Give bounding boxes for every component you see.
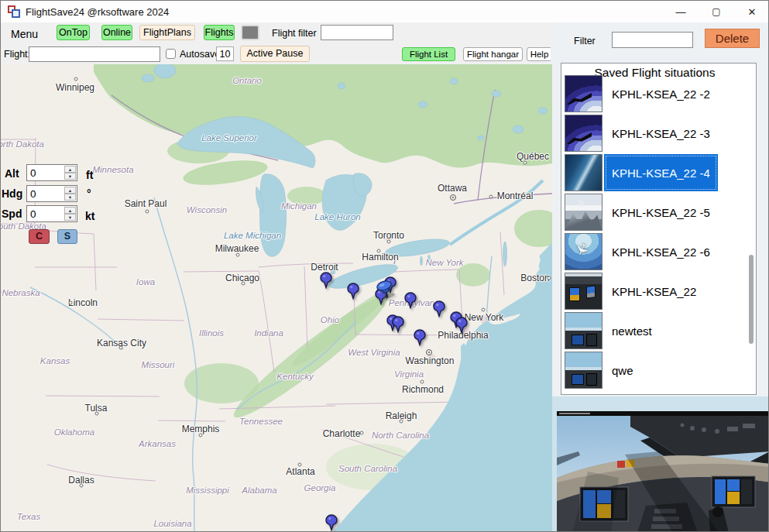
map-city-label: Atlanta <box>286 466 314 477</box>
flight-thumbnail[interactable] <box>565 154 602 191</box>
map-state-label: Virginia <box>394 369 424 379</box>
map-state-label: Missouri <box>142 360 175 369</box>
autosave-interval-input[interactable]: 10 <box>216 46 234 61</box>
flight-hangar-button[interactable]: Flight hangar <box>463 47 523 61</box>
minimize-button[interactable]: — <box>663 1 699 23</box>
flight-situation-item[interactable]: newtest <box>561 312 747 349</box>
map-state-label: Ohio <box>321 315 339 324</box>
map-state-label: Louisiana <box>153 519 191 528</box>
flight-thumbnail[interactable] <box>565 194 602 231</box>
flight-position-pin[interactable] <box>347 283 359 303</box>
alt-down-button[interactable]: ▼ <box>64 173 76 180</box>
menu-button[interactable]: Menu <box>11 28 38 40</box>
flight-position-pin[interactable] <box>433 300 445 321</box>
hdg-down-button[interactable]: ▼ <box>64 194 76 201</box>
delete-button[interactable]: Delete <box>705 29 760 48</box>
flight-filter-input[interactable] <box>321 25 393 40</box>
map-city-dot <box>199 434 203 438</box>
alt-up-button[interactable]: ▲ <box>64 166 76 173</box>
flight-situation-name[interactable]: KPHL-KSEA_22 -3 <box>604 115 718 152</box>
flight-list-button[interactable]: Flight List <box>402 47 455 61</box>
flight-situation-item[interactable]: qwe <box>561 352 747 389</box>
map-city-label: Hamilton <box>362 252 398 263</box>
autosave-checkbox[interactable] <box>166 49 176 59</box>
s-button[interactable]: S <box>57 229 77 244</box>
map-city-dot <box>298 463 302 467</box>
alt-spinner[interactable]: 0 ▲▼ <box>26 164 77 181</box>
map-city-dot <box>236 253 240 257</box>
filter-input[interactable] <box>612 32 693 48</box>
map-lake-label: Lake Superior <box>201 133 257 142</box>
flight-position-pin[interactable] <box>455 317 468 337</box>
flight-filter-label: Flight filter <box>272 28 317 39</box>
flight-situation-name[interactable]: KPHL-KSEA_22 -6 <box>604 233 718 270</box>
autosave-label: Autosave <box>180 49 220 60</box>
selected-flight-pushpin[interactable] <box>374 279 397 305</box>
flight-thumbnail[interactable] <box>565 115 602 152</box>
flight-position-pin[interactable] <box>325 514 338 532</box>
flight-thumbnail[interactable] <box>565 75 602 112</box>
toolbar-button-online[interactable]: Online <box>101 25 132 40</box>
flight-situation-name[interactable]: newtest <box>604 312 660 349</box>
active-pause-button[interactable]: Active Pause <box>240 46 310 62</box>
flight-position-pin[interactable] <box>392 316 404 336</box>
map-city-label: Québec <box>517 151 549 162</box>
flight-situation-name[interactable]: qwe <box>604 352 641 389</box>
hdg-label: Hdg <box>2 187 22 200</box>
window-title: FlightSave24 @rksoftware 2024 <box>26 6 169 18</box>
flight-position-pin[interactable] <box>404 292 417 312</box>
map-city-dot <box>548 276 551 280</box>
flight-name-input[interactable] <box>29 46 160 62</box>
flightsave24-window: FlightSave24 @rksoftware 2024 — ▢ ✕ Menu… <box>0 0 769 532</box>
map-state-label: Kansas <box>40 356 70 366</box>
app-icon <box>8 5 20 18</box>
flight-situation-item[interactable]: KPHL-KSEA_22 -6 <box>561 233 747 270</box>
spd-spinner[interactable]: 0 ▲▼ <box>26 205 77 222</box>
flight-thumbnail[interactable] <box>565 312 602 349</box>
map-city-dot <box>421 380 424 384</box>
flight-situation-name[interactable]: KPHL-KSEA_22 -4 <box>604 154 718 191</box>
close-button[interactable]: ✕ <box>734 1 769 23</box>
map-city-label: Washington <box>406 355 455 366</box>
flight-position-pin[interactable] <box>320 272 332 292</box>
help-button[interactable]: Help <box>527 47 552 61</box>
map-city-label: Winnipeg <box>56 82 94 93</box>
map-state-label: South Carolina <box>338 464 397 473</box>
toolbar-button-flightplans[interactable]: FlightPlans <box>139 25 195 40</box>
map-canvas[interactable]: WinnipegQuébecSaint PaulOttawaMontréalTo… <box>1 64 552 532</box>
flight-situation-name[interactable]: KPHL-KSEA_22 -2 <box>604 75 718 112</box>
flight-situation-name[interactable]: KPHL-KSEA_22 -5 <box>604 194 718 231</box>
list-scrollbar-thumb[interactable] <box>749 255 754 344</box>
flight-situation-name[interactable]: KPHL-KSEA_22 <box>604 273 704 310</box>
flight-situation-item[interactable]: KPHL-KSEA_22 -4 <box>561 154 747 191</box>
spd-up-button[interactable]: ▲ <box>64 207 76 214</box>
flight-position-pin[interactable] <box>414 329 426 349</box>
spd-label: Spd <box>2 208 22 220</box>
cockpit-preview-image <box>557 411 769 532</box>
map-lake-label: Lake Huron <box>314 212 360 221</box>
flight-situation-item[interactable]: KPHL-KSEA_22 <box>561 273 747 310</box>
map-state-label: Ontario <box>232 76 262 85</box>
flight-thumbnail[interactable] <box>565 352 602 389</box>
map-state-label: Alabama <box>242 486 276 495</box>
map-state-label: Wisconsin <box>187 205 227 215</box>
saved-flights-list[interactable]: Saved Flight situations KPHL-KSEA_22 -2K… <box>561 63 757 395</box>
flight-situation-item[interactable]: KPHL-KSEA_22 -2 <box>561 75 747 112</box>
map-city-label: Montréal <box>497 190 534 201</box>
map-state-label: Iowa <box>136 277 155 287</box>
map-city-dot <box>524 161 527 165</box>
maximize-button[interactable]: ▢ <box>699 1 734 23</box>
hdg-spinner[interactable]: 0 ▲▼ <box>26 185 77 202</box>
toolbar-button-flights[interactable]: Flights <box>204 25 235 40</box>
flight-thumbnail[interactable] <box>565 273 602 310</box>
spd-down-button[interactable]: ▼ <box>64 214 76 221</box>
hdg-up-button[interactable]: ▲ <box>64 187 76 194</box>
toolbar-color-button[interactable] <box>241 25 259 40</box>
flight-thumbnail[interactable] <box>565 233 602 270</box>
map-state-label: Kentucky <box>276 372 313 381</box>
flight-situation-item[interactable]: KPHL-KSEA_22 -3 <box>561 115 747 152</box>
c-button[interactable]: C <box>29 229 50 244</box>
flight-situation-item[interactable]: KPHL-KSEA_22 -5 <box>561 194 747 231</box>
toolbar-button-ontop[interactable]: OnTop <box>57 25 90 40</box>
map-city-label: Boston <box>520 273 549 283</box>
